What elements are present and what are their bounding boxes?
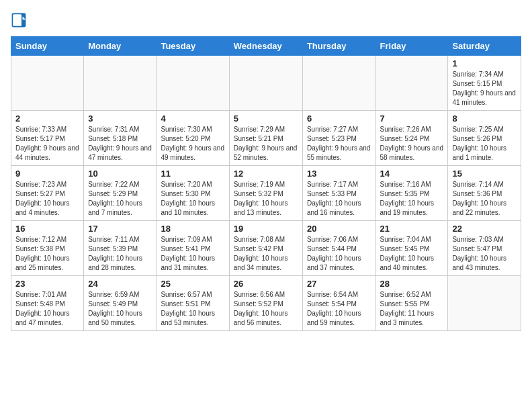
day-number: 9: [15, 169, 79, 179]
day-cell: 16Sunrise: 7:12 AM Sunset: 5:38 PM Dayli…: [11, 221, 84, 276]
day-number: 19: [234, 224, 298, 234]
day-cell: 25Sunrise: 6:57 AM Sunset: 5:51 PM Dayli…: [157, 276, 229, 331]
day-number: 7: [380, 113, 444, 124]
day-number: 22: [452, 224, 517, 234]
calendar-table: SundayMondayTuesdayWednesdayThursdayFrid…: [11, 36, 521, 331]
day-info: Sunrise: 6:57 AM Sunset: 5:51 PM Dayligh…: [161, 290, 224, 328]
col-header-monday: Monday: [84, 37, 157, 56]
col-header-sunday: Sunday: [11, 37, 84, 56]
day-number: 25: [161, 279, 224, 289]
day-cell: 4Sunrise: 7:30 AM Sunset: 5:20 PM Daylig…: [157, 111, 229, 166]
day-number: 21: [380, 224, 444, 234]
logo: [11, 11, 30, 28]
day-number: 1: [452, 58, 517, 68]
day-cell: 13Sunrise: 7:17 AM Sunset: 5:33 PM Dayli…: [302, 166, 375, 221]
logo-icon: [11, 12, 27, 28]
day-number: 13: [307, 169, 371, 179]
day-cell: 7Sunrise: 7:26 AM Sunset: 5:24 PM Daylig…: [375, 111, 448, 166]
day-cell: [448, 276, 521, 331]
day-info: Sunrise: 7:03 AM Sunset: 5:47 PM Dayligh…: [452, 235, 517, 273]
day-cell: 23Sunrise: 7:01 AM Sunset: 5:48 PM Dayli…: [11, 276, 84, 331]
day-cell: [229, 56, 302, 111]
col-header-tuesday: Tuesday: [157, 37, 229, 56]
page-header: [11, 11, 521, 28]
day-info: Sunrise: 7:29 AM Sunset: 5:21 PM Dayligh…: [234, 125, 298, 163]
day-cell: 12Sunrise: 7:19 AM Sunset: 5:32 PM Dayli…: [229, 166, 302, 221]
week-row-2: 2Sunrise: 7:33 AM Sunset: 5:17 PM Daylig…: [11, 111, 521, 166]
day-info: Sunrise: 7:19 AM Sunset: 5:32 PM Dayligh…: [234, 180, 298, 218]
day-info: Sunrise: 6:56 AM Sunset: 5:52 PM Dayligh…: [234, 290, 298, 328]
day-cell: 3Sunrise: 7:31 AM Sunset: 5:18 PM Daylig…: [84, 111, 157, 166]
col-header-wednesday: Wednesday: [229, 37, 302, 56]
day-cell: 24Sunrise: 6:59 AM Sunset: 5:49 PM Dayli…: [84, 276, 157, 331]
day-info: Sunrise: 7:27 AM Sunset: 5:23 PM Dayligh…: [307, 125, 371, 163]
day-cell: 28Sunrise: 6:52 AM Sunset: 5:55 PM Dayli…: [375, 276, 448, 331]
day-info: Sunrise: 7:06 AM Sunset: 5:44 PM Dayligh…: [307, 235, 371, 273]
day-number: 18: [161, 224, 224, 234]
week-row-3: 9Sunrise: 7:23 AM Sunset: 5:27 PM Daylig…: [11, 166, 521, 221]
day-number: 6: [307, 113, 371, 124]
day-info: Sunrise: 7:08 AM Sunset: 5:42 PM Dayligh…: [234, 235, 298, 273]
day-number: 23: [15, 279, 79, 289]
day-info: Sunrise: 7:23 AM Sunset: 5:27 PM Dayligh…: [15, 180, 79, 218]
day-number: 12: [234, 169, 298, 179]
week-row-1: 1Sunrise: 7:34 AM Sunset: 5:15 PM Daylig…: [11, 56, 521, 111]
day-cell: 5Sunrise: 7:29 AM Sunset: 5:21 PM Daylig…: [229, 111, 302, 166]
day-number: 5: [234, 113, 298, 124]
day-info: Sunrise: 6:59 AM Sunset: 5:49 PM Dayligh…: [88, 290, 152, 328]
day-info: Sunrise: 7:33 AM Sunset: 5:17 PM Dayligh…: [15, 125, 79, 163]
day-cell: 20Sunrise: 7:06 AM Sunset: 5:44 PM Dayli…: [302, 221, 375, 276]
svg-rect-2: [13, 14, 21, 26]
day-cell: 8Sunrise: 7:25 AM Sunset: 5:26 PM Daylig…: [448, 111, 521, 166]
col-header-saturday: Saturday: [448, 37, 521, 56]
day-info: Sunrise: 7:09 AM Sunset: 5:41 PM Dayligh…: [161, 235, 224, 273]
day-number: 16: [15, 224, 79, 234]
day-number: 2: [15, 113, 79, 124]
day-info: Sunrise: 7:17 AM Sunset: 5:33 PM Dayligh…: [307, 180, 371, 218]
day-info: Sunrise: 7:16 AM Sunset: 5:35 PM Dayligh…: [380, 180, 444, 218]
day-cell: 15Sunrise: 7:14 AM Sunset: 5:36 PM Dayli…: [448, 166, 521, 221]
day-cell: 11Sunrise: 7:20 AM Sunset: 5:30 PM Dayli…: [157, 166, 229, 221]
day-cell: 9Sunrise: 7:23 AM Sunset: 5:27 PM Daylig…: [11, 166, 84, 221]
day-cell: [11, 56, 84, 111]
day-number: 26: [234, 279, 298, 289]
day-cell: 18Sunrise: 7:09 AM Sunset: 5:41 PM Dayli…: [157, 221, 229, 276]
calendar-header-row: SundayMondayTuesdayWednesdayThursdayFrid…: [11, 37, 521, 56]
col-header-thursday: Thursday: [302, 37, 375, 56]
day-cell: 27Sunrise: 6:54 AM Sunset: 5:54 PM Dayli…: [302, 276, 375, 331]
day-number: 14: [380, 169, 444, 179]
day-cell: [157, 56, 229, 111]
day-info: Sunrise: 7:11 AM Sunset: 5:39 PM Dayligh…: [88, 235, 152, 273]
day-number: 24: [88, 279, 152, 289]
day-info: Sunrise: 7:20 AM Sunset: 5:30 PM Dayligh…: [161, 180, 224, 218]
day-number: 27: [307, 279, 371, 289]
day-number: 10: [88, 169, 152, 179]
day-info: Sunrise: 7:26 AM Sunset: 5:24 PM Dayligh…: [380, 125, 444, 163]
day-info: Sunrise: 7:31 AM Sunset: 5:18 PM Dayligh…: [88, 125, 152, 163]
day-number: 8: [452, 113, 517, 124]
day-cell: 10Sunrise: 7:22 AM Sunset: 5:29 PM Dayli…: [84, 166, 157, 221]
day-info: Sunrise: 6:54 AM Sunset: 5:54 PM Dayligh…: [307, 290, 371, 328]
day-number: 17: [88, 224, 152, 234]
day-number: 3: [88, 113, 152, 124]
day-number: 15: [452, 169, 517, 179]
week-row-5: 23Sunrise: 7:01 AM Sunset: 5:48 PM Dayli…: [11, 276, 521, 331]
col-header-friday: Friday: [375, 37, 448, 56]
day-info: Sunrise: 7:25 AM Sunset: 5:26 PM Dayligh…: [452, 125, 517, 163]
day-cell: 22Sunrise: 7:03 AM Sunset: 5:47 PM Dayli…: [448, 221, 521, 276]
day-info: Sunrise: 7:12 AM Sunset: 5:38 PM Dayligh…: [15, 235, 79, 273]
day-info: Sunrise: 7:14 AM Sunset: 5:36 PM Dayligh…: [452, 180, 517, 218]
day-cell: 17Sunrise: 7:11 AM Sunset: 5:39 PM Dayli…: [84, 221, 157, 276]
day-cell: 26Sunrise: 6:56 AM Sunset: 5:52 PM Dayli…: [229, 276, 302, 331]
day-number: 20: [307, 224, 371, 234]
day-cell: [375, 56, 448, 111]
day-cell: [84, 56, 157, 111]
day-number: 11: [161, 169, 224, 179]
day-cell: 6Sunrise: 7:27 AM Sunset: 5:23 PM Daylig…: [302, 111, 375, 166]
day-cell: [302, 56, 375, 111]
day-number: 4: [161, 113, 224, 124]
day-info: Sunrise: 7:22 AM Sunset: 5:29 PM Dayligh…: [88, 180, 152, 218]
day-info: Sunrise: 7:04 AM Sunset: 5:45 PM Dayligh…: [380, 235, 444, 273]
day-cell: 1Sunrise: 7:34 AM Sunset: 5:15 PM Daylig…: [448, 56, 521, 111]
day-info: Sunrise: 7:30 AM Sunset: 5:20 PM Dayligh…: [161, 125, 224, 163]
